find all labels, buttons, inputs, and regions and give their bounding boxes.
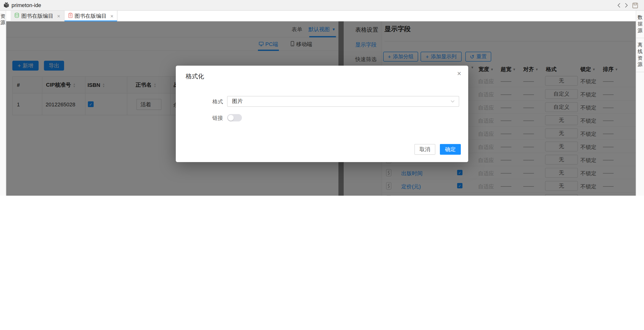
tab-label: 图书在版编目 xyxy=(74,12,107,20)
chevron-down-icon xyxy=(450,100,455,102)
format-select-value: 图片 xyxy=(232,98,243,105)
format-field-label: 格式 xyxy=(176,98,223,105)
titlebar: primeton-ide xyxy=(0,0,644,11)
format-select[interactable]: 图片 xyxy=(227,96,459,107)
close-icon[interactable] xyxy=(110,13,114,19)
cancel-button[interactable]: 取消 xyxy=(414,144,435,155)
tab-bar: 图书在版编目 图书在版编目 xyxy=(6,11,636,21)
titlebar-actions xyxy=(617,0,638,11)
left-rail: 资源 xyxy=(0,11,6,196)
right-rail: 数据源 离线资源 xyxy=(636,11,644,196)
ok-button[interactable]: 确定 xyxy=(440,144,461,155)
close-icon[interactable] xyxy=(57,13,60,19)
link-field-label: 链接 xyxy=(176,114,223,122)
tab-book-cip-page[interactable]: 图书在版编目 xyxy=(64,11,118,21)
link-toggle[interactable] xyxy=(227,114,242,121)
tab-book-cip-datasource[interactable]: 图书在版编目 xyxy=(11,11,64,21)
save-icon[interactable] xyxy=(632,2,638,8)
close-icon[interactable] xyxy=(457,70,461,78)
database-icon xyxy=(14,13,19,19)
nav-forward-icon[interactable] xyxy=(625,3,628,8)
app-window: primeton-ide 资源 数据源 离线资源 xyxy=(0,0,644,196)
clipboard-icon xyxy=(68,13,72,19)
rail-item-datasource[interactable]: 数据源 xyxy=(636,11,644,38)
app-title: primeton-ide xyxy=(12,2,41,8)
format-modal: 格式化 格式 图片 链接 取消 确定 xyxy=(176,66,468,162)
rail-item-offline-resources[interactable]: 离线资源 xyxy=(636,38,644,72)
modal-title: 格式化 xyxy=(186,72,204,80)
nav-back-icon[interactable] xyxy=(617,3,620,8)
app-logo-icon xyxy=(3,2,9,8)
rail-item-resources[interactable]: 资源 xyxy=(0,11,6,26)
tab-label: 图书在版编目 xyxy=(22,12,54,20)
